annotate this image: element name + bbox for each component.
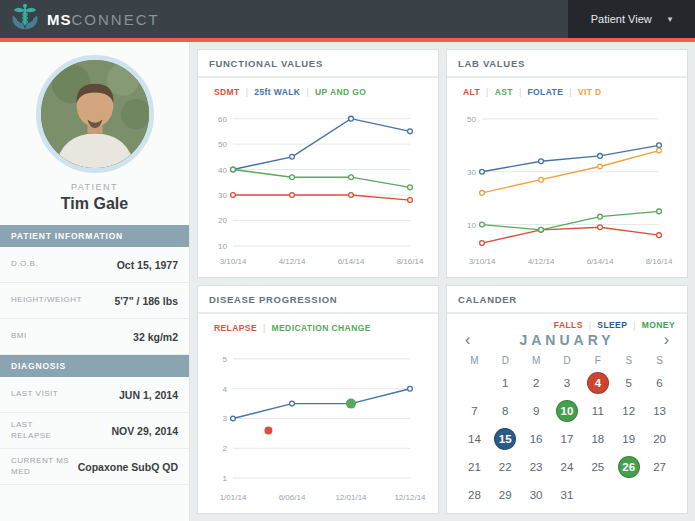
row-label: BMI — [11, 331, 27, 342]
calendar-day[interactable]: 7 — [463, 400, 485, 422]
legend-item[interactable]: AST — [495, 87, 513, 97]
row-dob: D.O.B. Oct 15, 1977 — [0, 247, 189, 283]
functional-values-chart: 1020304050603/10/144/12/146/14/148/16/14 — [207, 101, 426, 269]
calendar-day[interactable]: 13 — [649, 400, 671, 422]
legend-item[interactable]: UP AND GO — [315, 87, 366, 97]
row-label: CURRENT MS MED — [11, 456, 73, 478]
calendar-day[interactable]: 25 — [587, 456, 609, 478]
calendar-day[interactable]: 3 — [556, 372, 578, 394]
legend-item[interactable]: MONEY — [642, 320, 675, 330]
calendar-day[interactable]: 27 — [649, 456, 671, 478]
legend-item[interactable]: VIT D — [578, 87, 602, 97]
day-cell: 9 — [521, 399, 552, 423]
svg-text:1/01/14: 1/01/14 — [220, 493, 247, 502]
day-cell: 30 — [521, 483, 552, 507]
calendar-day[interactable]: 18 — [587, 428, 609, 450]
calendar-day-money[interactable]: 10 — [556, 400, 578, 422]
row-label: D.O.B. — [11, 259, 38, 270]
calendar-next-button[interactable]: › — [660, 332, 673, 348]
calendar-day[interactable]: 1 — [494, 372, 516, 394]
row-current-ms-med: CURRENT MS MED Copaxone SubQ QD — [0, 449, 189, 485]
day-cell: 15 — [490, 427, 521, 451]
calendar-month-row: ‹ JANUARY › — [447, 330, 687, 352]
calendar-day[interactable]: 11 — [587, 400, 609, 422]
svg-text:12/01/14: 12/01/14 — [335, 493, 367, 502]
calendar-day[interactable]: 29 — [494, 484, 516, 506]
svg-text:3: 3 — [223, 414, 228, 423]
calendar-day[interactable]: 22 — [494, 456, 516, 478]
calendar-day[interactable]: 6 — [649, 372, 671, 394]
day-cell: 3 — [552, 371, 583, 395]
panel-body: ALT|AST|FOLATE|VIT D 1030503/10/144/12/1… — [447, 78, 687, 277]
row-value: NOV 29, 2014 — [111, 425, 178, 437]
calendar-day[interactable]: 5 — [618, 372, 640, 394]
calendar-day[interactable]: 19 — [618, 428, 640, 450]
calendar-day[interactable]: 20 — [649, 428, 671, 450]
calendar-day[interactable]: 23 — [525, 456, 547, 478]
legend-separator: | — [306, 87, 309, 97]
legend-item[interactable]: 25ft WALK — [254, 87, 300, 97]
day-cell: 14 — [459, 427, 490, 451]
calendar-day[interactable]: 21 — [463, 456, 485, 478]
calendar-prev-button[interactable]: ‹ — [461, 332, 474, 348]
functional-values-legend: SDMT|25ft WALK|UP AND GO — [207, 82, 429, 99]
day-cell: 20 — [644, 427, 675, 451]
calendar-day[interactable]: 14 — [463, 428, 485, 450]
panel-disease-progression: DISEASE PROGRESSION RELAPSE|MEDICATION C… — [197, 285, 439, 514]
panel-title: DISEASE PROGRESSION — [198, 286, 438, 314]
legend-separator: | — [519, 87, 522, 97]
calendar-day[interactable]: 31 — [556, 484, 578, 506]
day-cell: 1 — [490, 371, 521, 395]
row-bmi: BMI 32 kg/m2 — [0, 319, 189, 355]
day-cell: 2 — [521, 371, 552, 395]
svg-text:6/06/14: 6/06/14 — [279, 493, 306, 502]
day-cell: 13 — [644, 399, 675, 423]
brand-name: MSCONNECT — [47, 11, 160, 28]
empty-day-cell — [459, 371, 490, 395]
calendar-day[interactable]: 12 — [618, 400, 640, 422]
calendar-day-sleep[interactable]: 15 — [494, 428, 516, 450]
calendar-day[interactable]: 28 — [463, 484, 485, 506]
ms-connect-app: MSCONNECT Patient View ▾ — [0, 0, 695, 521]
legend-item[interactable]: MEDICATION CHANGE — [272, 323, 371, 333]
legend-item[interactable]: ALT — [463, 87, 480, 97]
calendar-day[interactable]: 30 — [525, 484, 547, 506]
calendar-day[interactable]: 9 — [525, 400, 547, 422]
row-value: JUN 1, 2014 — [119, 389, 178, 401]
calendar-day[interactable]: 2 — [525, 372, 547, 394]
calendar-day[interactable]: 24 — [556, 456, 578, 478]
weekday-label: S — [613, 352, 644, 371]
weekday-label: M — [521, 352, 552, 371]
svg-text:10: 10 — [218, 242, 227, 251]
calendar-day[interactable]: 16 — [525, 428, 547, 450]
panel-title: LAB VALUES — [447, 50, 687, 78]
calendar-grid: 1234567891011121314151617181920212223242… — [447, 371, 687, 507]
legend-item[interactable]: SLEEP — [597, 320, 627, 330]
row-label: LAST RELAPSE — [11, 420, 73, 442]
svg-text:4/12/14: 4/12/14 — [279, 257, 306, 266]
day-cell: 11 — [582, 399, 613, 423]
patient-sidebar: PATIENT Tim Gale PATIENT INFORMATION D.O… — [0, 42, 190, 521]
legend-item[interactable]: RELAPSE — [214, 323, 257, 333]
svg-text:40: 40 — [218, 166, 227, 175]
calendar-day[interactable]: 8 — [494, 400, 516, 422]
calendar-day[interactable]: 17 — [556, 428, 578, 450]
svg-text:50: 50 — [467, 115, 476, 124]
brand-bold: MS — [47, 11, 72, 28]
calendar-weekdays: MDMDFSS — [447, 352, 687, 371]
dashboard-main: FUNCTIONAL VALUES SDMT|25ft WALK|UP AND … — [190, 42, 695, 521]
day-cell: 26 — [613, 455, 644, 479]
legend-item[interactable]: SDMT — [214, 87, 240, 97]
legend-item[interactable]: FALLS — [554, 320, 583, 330]
brand-logo: MSCONNECT — [0, 3, 160, 35]
day-cell: 24 — [552, 455, 583, 479]
calendar-month-title: JANUARY — [474, 332, 659, 348]
chevron-down-icon: ▾ — [668, 14, 673, 24]
svg-text:4/12/14: 4/12/14 — [528, 257, 555, 266]
patient-view-dropdown[interactable]: Patient View ▾ — [568, 0, 695, 38]
disease-progression-chart: 123451/01/146/06/1412/01/1412/12/14 — [207, 337, 426, 505]
calendar-day-falls[interactable]: 4 — [587, 372, 609, 394]
calendar-day-money[interactable]: 26 — [618, 456, 640, 478]
svg-text:30: 30 — [467, 168, 476, 177]
legend-item[interactable]: FOLATE — [528, 87, 564, 97]
